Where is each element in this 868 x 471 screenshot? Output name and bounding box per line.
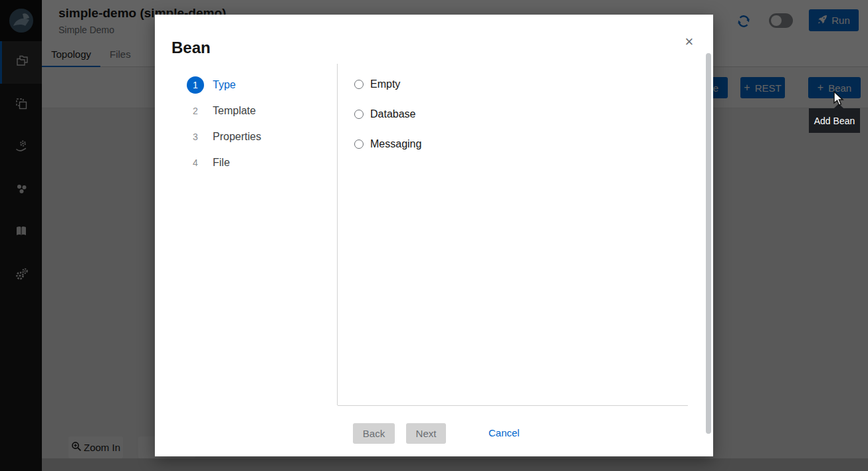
radio-label: Database <box>370 108 416 120</box>
mouse-cursor-icon <box>833 91 846 110</box>
radio-icon[interactable] <box>354 140 364 149</box>
screen: simple-demo (simple-demo) Simple Demo <box>0 0 868 471</box>
wizard-step-type[interactable]: 1 Type <box>155 76 337 94</box>
wizard-step-template[interactable]: 2 Template <box>155 102 337 120</box>
step-label: Template <box>213 105 256 117</box>
back-button[interactable]: Back <box>353 423 395 444</box>
step-number: 1 <box>187 76 204 94</box>
radio-option-empty[interactable]: Empty <box>354 76 713 93</box>
tooltip-text: Add Bean <box>814 116 855 126</box>
footer-divider <box>338 405 688 406</box>
radio-icon[interactable] <box>354 80 364 89</box>
step-number: 4 <box>187 154 204 171</box>
close-icon[interactable]: × <box>680 33 699 51</box>
radio-label: Messaging <box>370 138 421 150</box>
modal-scrollbar[interactable] <box>706 53 711 434</box>
wizard-steps-nav: 1 Type 2 Template 3 Properties 4 File <box>155 64 338 405</box>
step-number: 3 <box>187 128 204 145</box>
modal-title: Bean <box>171 39 211 57</box>
wizard-step-properties[interactable]: 3 Properties <box>155 128 337 145</box>
step-number: 2 <box>187 102 204 120</box>
step-label: Properties <box>213 131 261 143</box>
wizard-content: Empty Database Messaging <box>338 64 713 405</box>
cancel-button[interactable]: Cancel <box>488 427 520 438</box>
step-label: Type <box>213 79 236 91</box>
wizard-footer: Back Next Cancel <box>155 423 713 456</box>
radio-option-messaging[interactable]: Messaging <box>354 136 713 153</box>
bean-wizard-modal: Bean × 1 Type 2 Template 3 Properties 4 <box>155 15 713 456</box>
step-label: File <box>213 157 230 169</box>
radio-icon[interactable] <box>354 110 364 119</box>
next-button[interactable]: Next <box>406 423 446 444</box>
wizard-body: 1 Type 2 Template 3 Properties 4 File <box>155 64 713 405</box>
radio-option-database[interactable]: Database <box>354 106 713 123</box>
wizard-step-file[interactable]: 4 File <box>155 154 337 171</box>
add-bean-tooltip: Add Bean <box>809 108 860 133</box>
radio-label: Empty <box>370 78 400 90</box>
